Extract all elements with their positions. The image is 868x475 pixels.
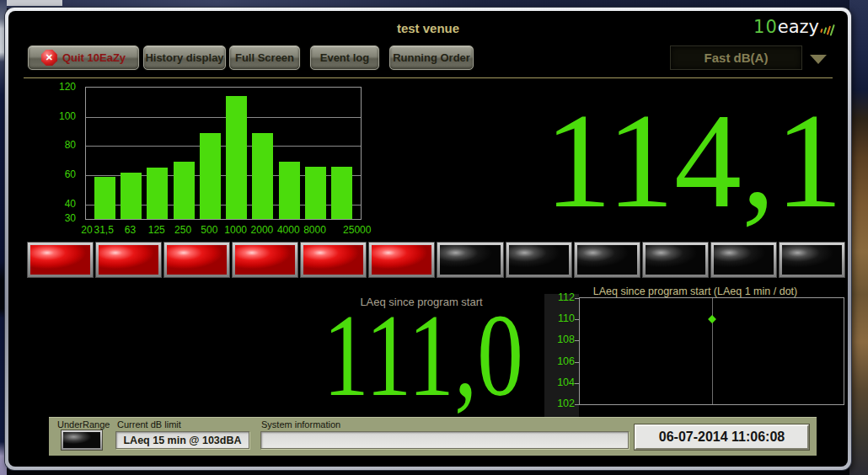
spectrum-bar bbox=[305, 167, 326, 219]
y-tick-mark bbox=[575, 362, 580, 363]
y-tick-label: 112 bbox=[558, 291, 575, 303]
spectrum-bar bbox=[174, 162, 195, 219]
system-information-field bbox=[260, 431, 629, 449]
x-tick-label: 8000 bbox=[303, 224, 326, 236]
status-light-frame bbox=[368, 242, 435, 278]
status-light-on bbox=[303, 245, 363, 275]
running-order-button[interactable]: Running Order bbox=[389, 45, 474, 70]
spectrum-bar bbox=[279, 162, 300, 219]
status-light-bar bbox=[27, 242, 845, 278]
status-light-off bbox=[646, 245, 705, 275]
logo-eazy-text: eazy bbox=[778, 19, 819, 36]
status-light-on bbox=[372, 245, 431, 275]
spectrum-x-axis: 2031,563125250500100020004000800025000 bbox=[85, 224, 360, 238]
screen: test venue 10eazy ✕Quit 10EaZyHistory di… bbox=[0, 0, 868, 475]
status-light-frame bbox=[710, 242, 777, 278]
system-information-label: System information bbox=[261, 419, 340, 430]
x-tick-label: 250 bbox=[174, 224, 191, 236]
x-tick-label: 31,5 bbox=[94, 224, 113, 236]
event-log-button[interactable]: Event log bbox=[310, 45, 379, 70]
y-tick-label: 80 bbox=[65, 139, 76, 151]
logo-10-text: 10 bbox=[753, 19, 778, 36]
button-label: Full Screen bbox=[235, 51, 294, 64]
button-label: Quit 10EaZy bbox=[62, 51, 126, 64]
y-tick-mark bbox=[575, 383, 580, 384]
clock-display: 06-07-2014 11:06:08 bbox=[635, 424, 809, 450]
status-light-off bbox=[782, 245, 842, 275]
x-tick-label: 20 bbox=[81, 224, 92, 236]
page-title: test venue bbox=[8, 21, 848, 35]
under-range-indicator bbox=[61, 430, 103, 451]
quit-10eazy-button[interactable]: ✕Quit 10EaZy bbox=[28, 45, 139, 70]
y-tick-label: 104 bbox=[557, 376, 575, 388]
gridline bbox=[86, 117, 361, 118]
desktop-right-strip bbox=[849, 0, 868, 475]
y-tick-label: 102 bbox=[557, 398, 575, 409]
spectrum-bar bbox=[252, 133, 273, 219]
status-light-off bbox=[714, 245, 774, 275]
status-light-on bbox=[99, 245, 158, 275]
chevron-down-icon[interactable] bbox=[810, 55, 827, 64]
signal-bars-icon bbox=[819, 19, 837, 38]
status-light-frame bbox=[574, 242, 640, 278]
x-tick-label: 1000 bbox=[224, 224, 247, 236]
under-range-label: UnderRange bbox=[57, 419, 110, 430]
status-light-frame bbox=[300, 242, 367, 278]
status-light-off bbox=[577, 245, 637, 275]
status-light-off bbox=[440, 245, 500, 275]
status-light-frame bbox=[437, 242, 503, 278]
y-tick-label: 106 bbox=[557, 355, 575, 367]
y-tick-label: 30 bbox=[65, 212, 76, 224]
y-tick-mark bbox=[575, 319, 580, 320]
y-tick-label: 60 bbox=[65, 168, 76, 180]
y-tick-mark bbox=[575, 298, 580, 299]
app-window: test venue 10eazy ✕Quit 10EaZyHistory di… bbox=[5, 8, 851, 470]
desktop-window-fragment bbox=[0, 0, 62, 6]
status-light-frame bbox=[27, 242, 94, 278]
spectrum-bar bbox=[147, 168, 168, 219]
x-tick-label: 25000 bbox=[343, 224, 371, 236]
current-db-limit-field: LAeq 15 min @ 103dBA bbox=[115, 431, 249, 449]
footer-bar: UnderRange Current dB limit LAeq 15 min … bbox=[49, 417, 817, 456]
current-level-readout: 114,1 bbox=[514, 78, 843, 243]
status-light-frame bbox=[779, 242, 845, 278]
status-light-frame bbox=[95, 242, 162, 278]
spectrum-bar bbox=[200, 133, 221, 219]
measurement-mode-dropdown[interactable]: Fast dB(A) bbox=[670, 45, 802, 70]
status-light-frame bbox=[506, 242, 572, 278]
button-label: History display bbox=[145, 51, 223, 64]
history-display-button[interactable]: History display bbox=[143, 45, 226, 70]
y-tick-label: 40 bbox=[65, 198, 76, 210]
y-tick-label: 120 bbox=[59, 81, 76, 93]
quit-x-icon: ✕ bbox=[41, 50, 57, 66]
spectrum-bar bbox=[226, 96, 247, 219]
gridline bbox=[86, 146, 361, 147]
app-logo: 10eazy bbox=[753, 19, 834, 36]
spectrum-bar bbox=[121, 173, 142, 219]
spectrum-chart bbox=[85, 87, 362, 220]
button-label: Event log bbox=[320, 51, 370, 64]
laeq-data-point bbox=[708, 315, 716, 323]
status-light-frame bbox=[163, 242, 230, 278]
spectrum-y-axis: 12010080604030 bbox=[39, 87, 81, 218]
status-light-on bbox=[235, 245, 295, 275]
laeq-readout: 111,0 bbox=[298, 302, 548, 409]
under-range-light bbox=[63, 432, 100, 448]
x-tick-label: 2000 bbox=[251, 224, 274, 236]
status-light-frame bbox=[642, 242, 709, 278]
status-light-on bbox=[30, 245, 90, 275]
trend-chart-title: LAeq since program start (LAeq 1 min / d… bbox=[548, 286, 843, 297]
y-tick-mark bbox=[575, 340, 580, 341]
y-tick-label: 100 bbox=[59, 110, 76, 122]
full-screen-button[interactable]: Full Screen bbox=[229, 45, 300, 70]
app-window-content: test venue 10eazy ✕Quit 10EaZyHistory di… bbox=[8, 11, 848, 467]
spectrum-bar bbox=[94, 177, 115, 219]
button-label: Running Order bbox=[393, 51, 470, 64]
status-light-on bbox=[167, 245, 227, 275]
x-tick-label: 4000 bbox=[277, 224, 300, 236]
x-tick-label: 125 bbox=[148, 224, 165, 236]
spectrum-bar bbox=[331, 167, 352, 219]
status-light-frame bbox=[232, 242, 298, 278]
y-tick-label: 108 bbox=[557, 334, 575, 345]
current-db-limit-label: Current dB limit bbox=[117, 419, 181, 430]
